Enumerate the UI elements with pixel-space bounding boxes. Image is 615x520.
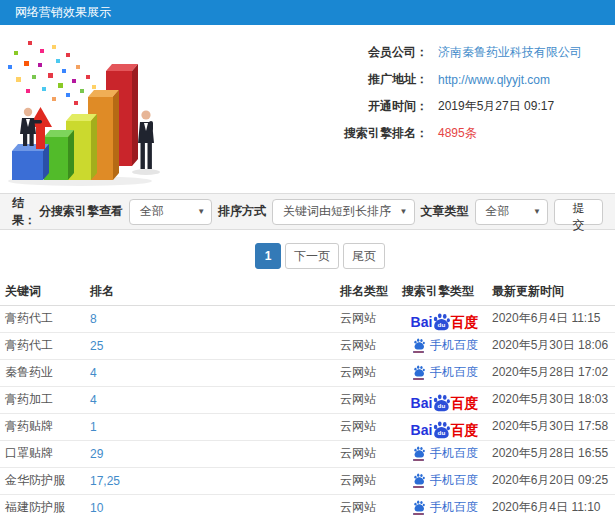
last-page-button[interactable]: 尾页 <box>343 243 385 269</box>
header-keyword: 关键词 <box>0 279 85 305</box>
rank-link[interactable]: 1 <box>90 420 97 434</box>
rank-type-cell: 云网站 <box>335 467 397 494</box>
mobile-baidu-underline <box>413 351 424 353</box>
baidu-bai-text: Bai <box>411 423 433 437</box>
info-row-company: 会员公司： 济南秦鲁药业科技有限公司 <box>178 39 582 66</box>
mobile-baidu-badge: 手机百度 <box>411 445 478 462</box>
header-engine-type: 搜索引擎类型 <box>397 279 487 305</box>
mobile-baidu-label: 手机百度 <box>430 499 478 516</box>
promo-url-label: 推广地址： <box>178 71 428 88</box>
keyword-cell: 膏药贴牌 <box>0 413 85 440</box>
engine-filter-label: 分搜索引擎查看 <box>39 203 123 220</box>
engine-filter-select[interactable]: 全部 ▼ <box>129 199 212 225</box>
mobile-baidu-underline <box>413 513 424 515</box>
mobile-baidu-label: 手机百度 <box>430 472 478 489</box>
update-time-cell: 2020年5月30日 17:58 <box>487 413 615 440</box>
summary-section: 会员公司： 济南秦鲁药业科技有限公司 推广地址： http://www.qlyy… <box>0 25 615 193</box>
mobile-baidu-badge: 手机百度 <box>411 364 478 381</box>
mobile-baidu-paw-icon <box>411 472 426 489</box>
results-table-body: 膏药代工 8 云网站 Bai du 百度 2020年 <box>0 305 615 520</box>
baidu-logo-icon: Bai du 百度 <box>411 390 479 410</box>
mobile-baidu-badge: 手机百度 <box>411 337 478 354</box>
keyword-cell: 膏药加工 <box>0 386 85 413</box>
keyword-cell: 膏药代工 <box>0 305 85 332</box>
info-row-url: 推广地址： http://www.qlyyjt.com <box>178 66 582 93</box>
filter-strip: 结果： 分搜索引擎查看 全部 ▼ 排序方式 关键词由短到长排序 ▼ 文章类型 全… <box>0 193 615 230</box>
company-label: 会员公司： <box>178 44 428 61</box>
rank-type-cell: 云网站 <box>335 440 397 467</box>
growth-chart-illustration <box>0 35 178 187</box>
page-title-bar: 网络营销效果展示 <box>0 0 615 25</box>
mobile-baidu-label: 手机百度 <box>430 445 478 462</box>
baidu-paw-icon: du <box>431 419 451 439</box>
rank-type-cell: 云网站 <box>335 332 397 359</box>
update-time-cell: 2020年6月4日 11:10 <box>487 494 615 520</box>
table-row: 膏药代工 25 云网站 手机百度 2020年5月30日 18:06 <box>0 332 615 359</box>
table-row: 金华防护服 17,25 云网站 手机百度 2020年6月20日 0 <box>0 467 615 494</box>
update-time-cell: 2020年6月20日 09:25 <box>487 467 615 494</box>
rank-count-value: 4895条 <box>438 126 477 140</box>
info-row-open-time: 开通时间： 2019年5月27日 09:17 <box>178 93 582 120</box>
keyword-cell: 秦鲁药业 <box>0 359 85 386</box>
confetti-dots <box>8 41 101 105</box>
mobile-baidu-label: 手机百度 <box>430 337 478 354</box>
rank-link[interactable]: 4 <box>90 393 97 407</box>
submit-button[interactable]: 提交 <box>554 199 603 225</box>
mobile-baidu-label: 手机百度 <box>430 364 478 381</box>
page-title: 网络营销效果展示 <box>15 5 111 19</box>
rank-link[interactable]: 29 <box>90 447 103 461</box>
update-time-cell: 2020年5月28日 16:55 <box>487 440 615 467</box>
table-row: 口罩贴牌 29 云网站 手机百度 2020年5月28日 16:55 <box>0 440 615 467</box>
table-row: 膏药贴牌 1 云网站 Bai du 百度 2020年 <box>0 413 615 440</box>
article-type-select[interactable]: 全部 ▼ <box>475 199 549 225</box>
engine-filter-value: 全部 <box>140 203 164 220</box>
mobile-baidu-badge: 手机百度 <box>411 472 478 489</box>
baidu-du-text: du <box>438 429 446 436</box>
member-info: 会员公司： 济南秦鲁药业科技有限公司 推广地址： http://www.qlyy… <box>178 29 582 187</box>
mobile-baidu-paw-icon <box>411 337 426 354</box>
sort-label: 排序方式 <box>218 203 266 220</box>
rank-link[interactable]: 17,25 <box>90 474 120 488</box>
baidu-cn-text: 百度 <box>450 315 478 329</box>
rank-type-cell: 云网站 <box>335 386 397 413</box>
rank-link[interactable]: 8 <box>90 312 97 326</box>
table-row: 膏药代工 8 云网站 Bai du 百度 2020年 <box>0 305 615 332</box>
header-rank: 排名 <box>85 279 335 305</box>
mobile-baidu-underline <box>413 486 424 488</box>
rank-link[interactable]: 4 <box>90 366 97 380</box>
header-rank-type: 排名类型 <box>335 279 397 305</box>
update-time-cell: 2020年5月28日 17:02 <box>487 359 615 386</box>
update-time-cell: 2020年6月4日 11:15 <box>487 305 615 332</box>
chevron-down-icon: ▼ <box>400 207 408 216</box>
table-row: 秦鲁药业 4 云网站 手机百度 2020年5月28日 17:02 <box>0 359 615 386</box>
table-row: 福建防护服 10 云网站 手机百度 2020年6月4日 11:10 <box>0 494 615 520</box>
rank-type-cell: 云网站 <box>335 494 397 520</box>
article-type-value: 全部 <box>486 203 510 220</box>
info-row-rank-count: 搜索引擎排名： 4895条 <box>178 120 582 147</box>
baidu-logo-icon: Bai du 百度 <box>411 417 479 437</box>
results-table: 关键词 排名 排名类型 搜索引擎类型 最新更新时间 膏药代工 8 云网站 Bai <box>0 279 615 520</box>
mobile-baidu-underline <box>413 459 424 461</box>
bar-blue <box>12 144 49 180</box>
open-time-value: 2019年5月27日 09:17 <box>438 98 554 115</box>
mobile-baidu-paw-icon <box>411 364 426 381</box>
update-time-cell: 2020年5月30日 18:06 <box>487 332 615 359</box>
table-row: 膏药加工 4 云网站 Bai du 百度 2020年 <box>0 386 615 413</box>
promo-url-link[interactable]: http://www.qlyyjt.com <box>438 73 550 87</box>
mobile-baidu-underline <box>413 378 424 380</box>
rank-type-cell: 云网站 <box>335 359 397 386</box>
rank-type-cell: 云网站 <box>335 305 397 332</box>
baidu-logo-icon: Bai du 百度 <box>411 309 479 329</box>
company-link[interactable]: 济南秦鲁药业科技有限公司 <box>438 45 582 59</box>
rank-link[interactable]: 10 <box>90 501 103 515</box>
chevron-down-icon: ▼ <box>533 207 541 216</box>
sort-select[interactable]: 关键词由短到长排序 ▼ <box>272 199 414 225</box>
rank-link[interactable]: 25 <box>90 339 103 353</box>
result-label: 结果： <box>12 195 39 229</box>
page-button-current[interactable]: 1 <box>255 243 281 269</box>
chevron-down-icon: ▼ <box>197 207 205 216</box>
filter-controls: 分搜索引擎查看 全部 ▼ 排序方式 关键词由短到长排序 ▼ 文章类型 全部 ▼ … <box>39 199 603 225</box>
next-page-button[interactable]: 下一页 <box>285 243 339 269</box>
keyword-cell: 福建防护服 <box>0 494 85 520</box>
table-header-row: 关键词 排名 排名类型 搜索引擎类型 最新更新时间 <box>0 279 615 305</box>
